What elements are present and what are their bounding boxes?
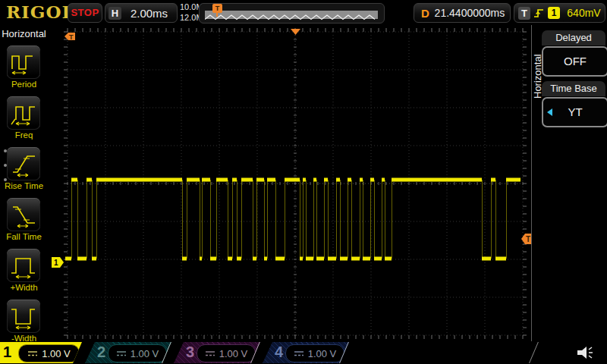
sidebar-scroll-dot: [4, 149, 7, 152]
overview-waveform: [205, 13, 378, 21]
trigger-level-value: 640mV: [563, 7, 605, 19]
timebase-header: Time Base: [542, 81, 605, 96]
measure-item-fall-time[interactable]: Fall Time: [0, 198, 48, 246]
horizontal-menu-panel: Horizontal Delayed OFF Time Base YT: [531, 25, 607, 341]
status-separator: [529, 342, 539, 363]
svg-text:T: T: [69, 33, 74, 41]
period-icon: [10, 50, 37, 76]
trigger-t-label: T: [518, 7, 530, 20]
measure-item-rise-time[interactable]: Rise Time: [0, 147, 48, 196]
svg-text:T: T: [526, 235, 530, 243]
timebase-value: 2.00ms: [121, 7, 177, 20]
measure-sidebar: Horizontal Period Freq Ris: [0, 25, 49, 341]
freq-icon: [10, 101, 37, 127]
channel1-badge[interactable]: 1 1.00 V: [0, 342, 82, 363]
overview-memory-bar[interactable]: [205, 11, 378, 19]
rising-edge-icon: [533, 7, 545, 19]
sidebar-scroll-dot: [4, 178, 7, 181]
plus-width-icon: [10, 253, 37, 279]
fall-time-icon: [10, 202, 37, 228]
chevron-left-icon: [547, 108, 552, 116]
channel3-badge[interactable]: 3 1.00 V: [174, 342, 260, 363]
delayed-button[interactable]: OFF: [542, 46, 607, 77]
svg-text:1: 1: [54, 259, 58, 267]
channel4-badge[interactable]: 4 1.00 V: [263, 342, 349, 363]
measure-sidebar-title: Horizontal: [0, 28, 48, 39]
channel-status-bar: 1 1.00 V 2 1.00 V 3 1.00 V: [0, 341, 607, 364]
overview-trigger-flag[interactable]: T: [212, 4, 222, 13]
overview-trigger-flag-stem: [216, 13, 218, 17]
plus-width-button[interactable]: [7, 249, 40, 282]
delayed-header: Delayed: [542, 30, 605, 46]
dc-coupling-icon: [205, 350, 215, 357]
measure-item-freq[interactable]: Freq: [0, 96, 48, 145]
measure-item-period[interactable]: Period: [0, 46, 48, 94]
measure-item-plus-width[interactable]: +Width: [0, 249, 48, 297]
channel1-level-marker[interactable]: 1: [52, 257, 64, 268]
horizontal-delay-box[interactable]: D 21.4400000ms: [414, 3, 511, 23]
rise-time-button[interactable]: [7, 147, 40, 180]
sidebar-scroll-dot: [4, 164, 7, 167]
minus-width-icon: [10, 304, 37, 330]
horizontal-timebase-box[interactable]: H 2.00ms: [105, 3, 178, 23]
dc-coupling-icon: [294, 350, 304, 357]
timebase-button[interactable]: YT: [542, 97, 607, 127]
waveform-overview-bar[interactable]: T: [199, 3, 385, 24]
delay-d-label: D: [421, 7, 429, 20]
fall-time-button[interactable]: [7, 198, 40, 231]
rise-time-icon: [10, 152, 37, 177]
delay-value: 21.4400000ms: [429, 7, 510, 19]
top-status-bar: RIGOL STOP H 2.00ms 10.0MSa/s 12.0M pts …: [0, 0, 607, 26]
trigger-source-badge: 1: [548, 7, 560, 19]
freq-button[interactable]: [7, 96, 40, 130]
trigger-status-box[interactable]: T 1 640mV: [514, 3, 605, 23]
channel1-trace: [65, 178, 521, 261]
beeper-icon: [575, 344, 598, 362]
graticule-grid: [64, 28, 527, 339]
dc-coupling-icon: [27, 350, 38, 357]
waveform-display[interactable]: T 1 T: [48, 25, 531, 341]
trigger-delay-marker[interactable]: [291, 29, 300, 35]
minus-width-button[interactable]: [7, 300, 40, 333]
dc-coupling-icon: [116, 350, 127, 357]
rigol-logo: RIGOL: [6, 2, 75, 22]
period-button[interactable]: [7, 46, 40, 79]
run-state-button[interactable]: STOP: [68, 3, 102, 23]
channel2-badge[interactable]: 2 1.00 V: [85, 342, 171, 363]
horizontal-h-label: H: [109, 7, 121, 20]
